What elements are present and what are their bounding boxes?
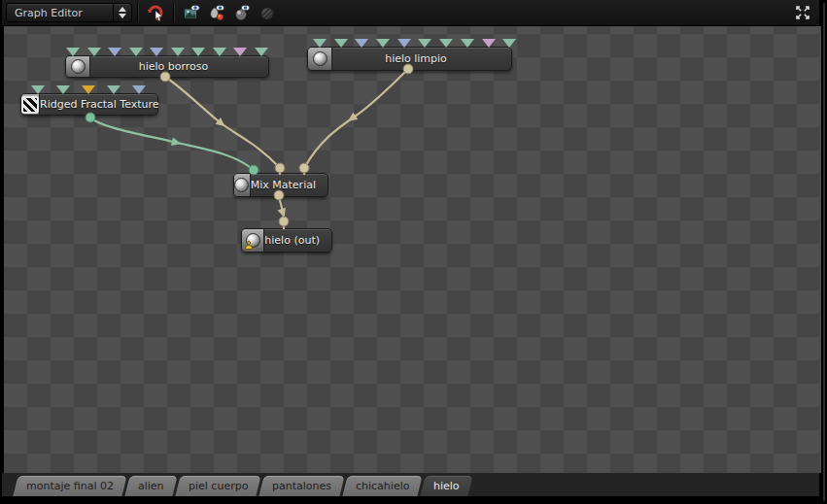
node-label: hielo borroso [90,56,268,77]
port-hielo-borroso-output[interactable] [160,72,170,82]
input-port-green[interactable] [418,39,431,48]
ridged-texture-icon [21,94,40,115]
material-sphere-icon [66,56,90,77]
input-port-blue[interactable] [355,39,368,48]
top-ports [313,39,524,48]
input-port-green[interactable] [107,85,121,94]
input-port-green[interactable] [502,39,516,48]
maximize-icon[interactable] [790,1,815,24]
sphere-visibility-icon[interactable] [229,1,255,24]
input-port-green[interactable] [87,48,101,56]
node-label: hielo limpio [332,48,511,70]
input-port-green[interactable] [171,48,185,56]
input-port-blue[interactable] [150,48,163,56]
view-selector-label: Graph Editor [7,7,113,19]
material-sphere-icon [234,174,251,196]
input-port-pink[interactable] [233,48,247,56]
refresh-cursor-icon[interactable] [143,1,168,24]
input-port-green[interactable] [376,39,390,48]
input-port-blue[interactable] [132,85,146,94]
tab-alien[interactable]: alien [124,476,177,496]
tab-label: piel cuerpo [189,480,248,492]
node-label: Mix Material [251,174,327,196]
material-sphere-icon [308,48,332,70]
top-ports [31,85,157,94]
tab-label: alien [138,480,164,492]
port-hielo-out-input[interactable] [279,217,289,226]
node-label: hielo (out) [264,229,331,252]
person-icon [244,241,253,250]
input-port-green[interactable] [439,39,453,48]
port-mix-material-output[interactable] [274,190,284,200]
input-port-green[interactable] [255,48,268,56]
wire-arrow [171,137,182,148]
input-port-blue[interactable] [397,39,411,48]
wire-ridged-fractal-to-mix-material [90,118,254,170]
node-hielo-out[interactable]: hielo (out) [241,228,332,252]
port-mix-material-input-1[interactable] [275,163,285,173]
toolbar-separator [173,3,174,22]
input-port-green[interactable] [313,39,327,48]
input-port-green[interactable] [129,48,143,56]
graph-editor-window: Graph Editor [0,0,827,504]
input-port-green[interactable] [334,39,348,48]
tab-pantalones[interactable]: pantalones [258,476,344,496]
view-selector-dropdown[interactable]: Graph Editor [6,3,132,22]
input-port-blue[interactable] [108,48,121,56]
tab-label: hielo [433,480,460,492]
tab-montaje-final-02[interactable]: montaje final 02 [13,476,126,496]
sphere-visibility-red-icon[interactable] [204,1,229,24]
tab-label: pantalones [272,480,331,492]
scene-tabs: montaje final 02alienpiel cuerpopantalon… [2,473,819,496]
input-port-green[interactable] [213,48,226,56]
toolbar-separator [137,3,138,22]
tab-hielo[interactable]: hielo [421,476,473,496]
tab-chicahielo[interactable]: chicahielo [342,476,423,496]
graph-canvas[interactable]: hielo borrosohielo limpioRidged Fractal … [4,26,821,473]
input-port-green[interactable] [56,85,70,94]
node-ridged-fractal-texture[interactable]: Ridged Fractal Texture [20,93,158,116]
sphere-disabled-icon[interactable] [255,1,280,24]
wire-hielo-limpio-to-mix-material [304,69,408,168]
port-ridged-fractal-output[interactable] [86,113,95,122]
input-port-green[interactable] [191,48,205,56]
window-edge [823,3,825,501]
input-port-green[interactable] [66,48,80,56]
dropdown-spinner-icon[interactable] [113,4,131,21]
toolbar: Graph Editor [2,0,819,26]
image-visibility-icon[interactable] [179,1,204,24]
port-hielo-limpio-output[interactable] [403,64,413,74]
tab-piel-cuerpo[interactable]: piel cuerpo [175,476,261,496]
top-ports [66,48,275,56]
input-port-green[interactable] [31,85,45,94]
material-group-icon [242,229,264,252]
wire-hielo-borroso-to-mix-material [165,77,280,168]
port-mix-material-input-texture[interactable] [249,165,258,175]
wire-arrow [345,113,358,125]
input-port-pink[interactable] [482,39,496,48]
tab-label: montaje final 02 [26,480,114,492]
input-port-yellow[interactable] [82,85,95,94]
wire-arrow [215,118,227,130]
port-mix-material-input-2[interactable] [299,163,309,173]
node-label: Ridged Fractal Texture [40,94,171,115]
tab-label: chicahielo [356,480,409,492]
input-port-green[interactable] [461,39,474,48]
